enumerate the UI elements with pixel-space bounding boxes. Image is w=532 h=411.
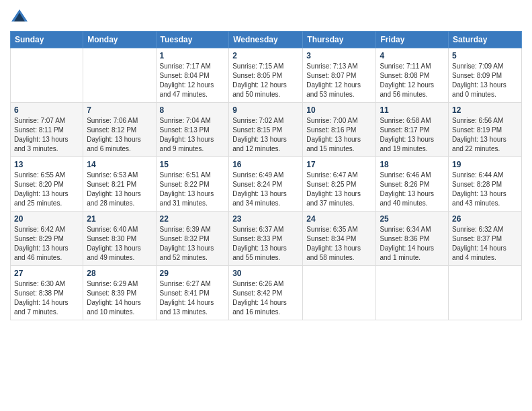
day-number: 30 [232,269,299,278]
day-info: Sunrise: 6:46 AM Sunset: 8:26 PM Dayligh… [380,171,445,208]
day-info: Sunrise: 6:49 AM Sunset: 8:24 PM Dayligh… [232,171,299,208]
day-number: 20 [14,214,79,224]
day-number: 3 [306,51,372,60]
day-info: Sunrise: 6:35 AM Sunset: 8:34 PM Dayligh… [306,225,372,263]
day-number: 26 [452,214,518,224]
week-row-4: 20Sunrise: 6:42 AM Sunset: 8:29 PM Dayli… [11,212,522,266]
day-number: 19 [452,160,518,169]
day-number: 2 [232,51,299,60]
day-number: 7 [87,105,152,115]
day-info: Sunrise: 7:11 AM Sunset: 8:08 PM Dayligh… [380,62,445,99]
header-day-saturday: Saturday [449,32,522,48]
week-row-2: 6Sunrise: 7:07 AM Sunset: 8:11 PM Daylig… [11,103,522,157]
calendar-cell: 2Sunrise: 7:15 AM Sunset: 8:05 PM Daylig… [229,48,303,103]
calendar-cell: 3Sunrise: 7:13 AM Sunset: 8:07 PM Daylig… [303,48,376,103]
day-info: Sunrise: 6:32 AM Sunset: 8:37 PM Dayligh… [452,225,518,263]
day-info: Sunrise: 6:34 AM Sunset: 8:36 PM Dayligh… [380,225,445,263]
day-number: 10 [306,105,372,115]
calendar-cell: 14Sunrise: 6:53 AM Sunset: 8:21 PM Dayli… [83,157,156,212]
day-info: Sunrise: 7:17 AM Sunset: 8:04 PM Dayligh… [160,62,226,99]
header-row: SundayMondayTuesdayWednesdayThursdayFrid… [11,32,522,48]
calendar-cell: 12Sunrise: 6:56 AM Sunset: 8:19 PM Dayli… [449,103,522,157]
day-number: 8 [160,105,226,115]
day-number: 13 [14,160,79,169]
day-number: 6 [14,105,79,115]
day-number: 21 [87,214,152,224]
calendar-cell: 26Sunrise: 6:32 AM Sunset: 8:37 PM Dayli… [449,212,522,266]
calendar-cell: 7Sunrise: 7:06 AM Sunset: 8:12 PM Daylig… [83,103,156,157]
calendar-cell: 9Sunrise: 7:02 AM Sunset: 8:15 PM Daylig… [229,103,303,157]
calendar-cell: 27Sunrise: 6:30 AM Sunset: 8:38 PM Dayli… [11,266,83,320]
day-info: Sunrise: 6:51 AM Sunset: 8:22 PM Dayligh… [160,171,226,208]
day-number: 16 [232,160,299,169]
day-number: 17 [306,160,372,169]
header-day-tuesday: Tuesday [156,32,229,48]
day-info: Sunrise: 7:02 AM Sunset: 8:15 PM Dayligh… [232,116,299,154]
day-info: Sunrise: 6:58 AM Sunset: 8:17 PM Dayligh… [380,116,445,154]
calendar-cell: 30Sunrise: 6:26 AM Sunset: 8:42 PM Dayli… [229,266,303,320]
calendar-cell [376,266,449,320]
calendar-cell: 6Sunrise: 7:07 AM Sunset: 8:11 PM Daylig… [11,103,83,157]
calendar-cell: 19Sunrise: 6:44 AM Sunset: 8:28 PM Dayli… [449,157,522,212]
calendar-cell: 17Sunrise: 6:47 AM Sunset: 8:25 PM Dayli… [303,157,376,212]
day-number: 23 [232,214,299,224]
header-day-friday: Friday [376,32,449,48]
day-number: 14 [87,160,152,169]
calendar-cell [83,48,156,103]
day-number: 4 [380,51,445,60]
header [10,7,522,26]
day-number: 5 [452,51,518,60]
calendar-cell: 23Sunrise: 6:37 AM Sunset: 8:33 PM Dayli… [229,212,303,266]
calendar-cell: 11Sunrise: 6:58 AM Sunset: 8:17 PM Dayli… [376,103,449,157]
calendar-cell: 22Sunrise: 6:39 AM Sunset: 8:32 PM Dayli… [156,212,229,266]
calendar-cell: 4Sunrise: 7:11 AM Sunset: 8:08 PM Daylig… [376,48,449,103]
day-info: Sunrise: 7:15 AM Sunset: 8:05 PM Dayligh… [232,62,299,99]
calendar-cell: 5Sunrise: 7:09 AM Sunset: 8:09 PM Daylig… [449,48,522,103]
day-info: Sunrise: 7:06 AM Sunset: 8:12 PM Dayligh… [87,116,152,154]
day-info: Sunrise: 7:00 AM Sunset: 8:16 PM Dayligh… [306,116,372,154]
calendar-cell: 10Sunrise: 7:00 AM Sunset: 8:16 PM Dayli… [303,103,376,157]
calendar-table: SundayMondayTuesdayWednesdayThursdayFrid… [10,31,522,320]
day-info: Sunrise: 6:53 AM Sunset: 8:21 PM Dayligh… [87,171,152,208]
day-number: 15 [160,160,226,169]
day-number: 24 [306,214,372,224]
day-number: 9 [232,105,299,115]
day-number: 25 [380,214,445,224]
calendar-cell: 8Sunrise: 7:04 AM Sunset: 8:13 PM Daylig… [156,103,229,157]
day-info: Sunrise: 6:56 AM Sunset: 8:19 PM Dayligh… [452,116,518,154]
day-info: Sunrise: 6:55 AM Sunset: 8:20 PM Dayligh… [14,171,79,208]
day-number: 27 [14,269,79,278]
day-info: Sunrise: 7:07 AM Sunset: 8:11 PM Dayligh… [14,116,79,154]
week-row-1: 1Sunrise: 7:17 AM Sunset: 8:04 PM Daylig… [11,48,522,103]
calendar-cell: 13Sunrise: 6:55 AM Sunset: 8:20 PM Dayli… [11,157,83,212]
calendar-cell: 15Sunrise: 6:51 AM Sunset: 8:22 PM Dayli… [156,157,229,212]
day-info: Sunrise: 6:40 AM Sunset: 8:30 PM Dayligh… [87,225,152,263]
day-info: Sunrise: 7:04 AM Sunset: 8:13 PM Dayligh… [160,116,226,154]
calendar-cell: 1Sunrise: 7:17 AM Sunset: 8:04 PM Daylig… [156,48,229,103]
day-info: Sunrise: 7:09 AM Sunset: 8:09 PM Dayligh… [452,62,518,99]
calendar-cell: 18Sunrise: 6:46 AM Sunset: 8:26 PM Dayli… [376,157,449,212]
calendar-cell: 28Sunrise: 6:29 AM Sunset: 8:39 PM Dayli… [83,266,156,320]
day-number: 28 [87,269,152,278]
header-day-thursday: Thursday [303,32,376,48]
day-number: 18 [380,160,445,169]
day-info: Sunrise: 6:39 AM Sunset: 8:32 PM Dayligh… [160,225,226,263]
day-info: Sunrise: 6:47 AM Sunset: 8:25 PM Dayligh… [306,171,372,208]
day-number: 12 [452,105,518,115]
calendar-cell [449,266,522,320]
day-number: 22 [160,214,226,224]
day-info: Sunrise: 6:27 AM Sunset: 8:41 PM Dayligh… [160,279,226,317]
day-info: Sunrise: 7:13 AM Sunset: 8:07 PM Dayligh… [306,62,372,99]
calendar-cell: 29Sunrise: 6:27 AM Sunset: 8:41 PM Dayli… [156,266,229,320]
day-info: Sunrise: 6:42 AM Sunset: 8:29 PM Dayligh… [14,225,79,263]
calendar-cell: 21Sunrise: 6:40 AM Sunset: 8:30 PM Dayli… [83,212,156,266]
day-number: 29 [160,269,226,278]
day-info: Sunrise: 6:37 AM Sunset: 8:33 PM Dayligh… [232,225,299,263]
calendar-cell: 20Sunrise: 6:42 AM Sunset: 8:29 PM Dayli… [11,212,83,266]
day-info: Sunrise: 6:29 AM Sunset: 8:39 PM Dayligh… [87,279,152,317]
calendar-cell: 25Sunrise: 6:34 AM Sunset: 8:36 PM Dayli… [376,212,449,266]
calendar-cell: 16Sunrise: 6:49 AM Sunset: 8:24 PM Dayli… [229,157,303,212]
page: SundayMondayTuesdayWednesdayThursdayFrid… [0,0,532,411]
calendar-header: SundayMondayTuesdayWednesdayThursdayFrid… [11,32,522,48]
week-row-5: 27Sunrise: 6:30 AM Sunset: 8:38 PM Dayli… [11,266,522,320]
